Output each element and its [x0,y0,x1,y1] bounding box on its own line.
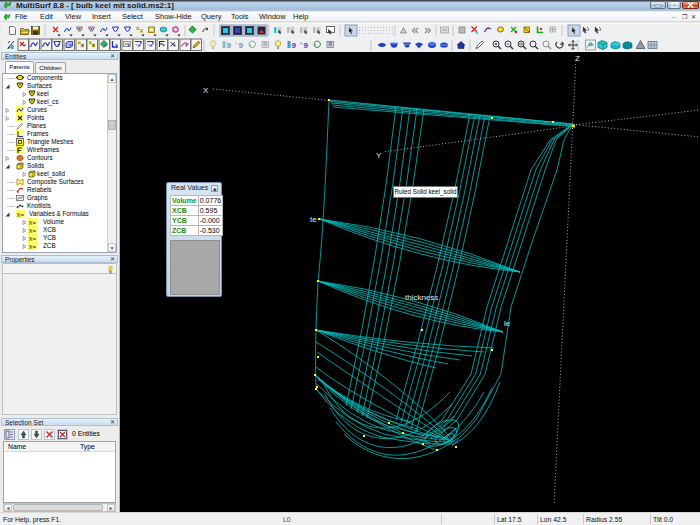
svg-text:X=: X= [29,244,37,250]
svg-text:9: 9 [304,41,309,50]
svg-text:9: 9 [239,41,244,50]
svg-text:9: 9 [292,41,297,50]
svg-text:X=: X= [17,212,25,218]
svg-text:X: X [203,86,209,95]
svg-text:te: te [310,215,317,224]
svg-text:X=: X= [29,220,37,226]
svg-text:le: le [504,319,511,328]
svg-text:Y: Y [376,151,382,160]
svg-text:X=: X= [29,236,37,242]
svg-text:Z: Z [575,54,580,63]
svg-text:thickness: thickness [405,293,438,302]
svg-text:9: 9 [227,41,232,50]
svg-text:X=: X= [29,228,37,234]
